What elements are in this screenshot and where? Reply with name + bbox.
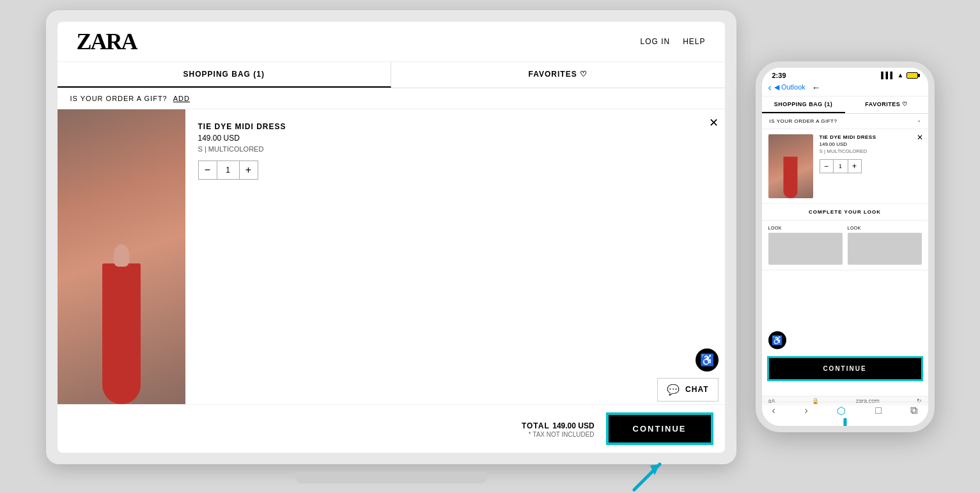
chat-icon: 💬 xyxy=(667,384,680,396)
phone-nav-forward[interactable]: › xyxy=(804,405,807,417)
zara-logo: ZARA xyxy=(77,28,137,55)
help-link[interactable]: HELP xyxy=(683,37,705,46)
phone-nav-bar: ‹ ◀ Outlook ← xyxy=(762,81,928,97)
gift-add-link[interactable]: ADD xyxy=(173,95,190,102)
back-arrow-icon[interactable]: ‹ xyxy=(768,82,772,93)
phone-tab-favorites[interactable]: FAVORITES ♡ xyxy=(845,97,928,113)
floating-buttons: ♿ 💬 CHAT xyxy=(657,348,718,402)
product-info-column: ✕ TIE DYE MIDI DRESS 149.00 USD S | MULT… xyxy=(185,109,725,404)
zara-header: ZARA LOG IN HELP xyxy=(58,22,725,62)
remove-item-button[interactable]: ✕ xyxy=(709,116,719,130)
phone-qty-increase[interactable]: + xyxy=(848,160,861,173)
phone-look-item-1: LOOK xyxy=(768,226,843,265)
total-amount: 149.00 USD xyxy=(552,421,594,430)
laptop-base xyxy=(295,472,487,483)
phone-qty-decrease[interactable]: − xyxy=(820,160,833,173)
phone-continue-button[interactable]: CONTINUE xyxy=(768,357,922,380)
gift-text: IS YOUR ORDER A GIFT? xyxy=(70,95,167,102)
tab-shopping-bag[interactable]: SHOPPING BAG (1) xyxy=(58,62,392,88)
phone-status-bar: 2:39 ▌▌▌ ▲ xyxy=(762,68,928,81)
product-variant: S | MULTICOLORED xyxy=(198,145,712,153)
phone-continue-wrapper: CONTINUE xyxy=(768,357,922,380)
browser-back-icon[interactable]: ← xyxy=(812,82,821,93)
phone-qty-value: 1 xyxy=(833,160,848,173)
dress-figure xyxy=(89,225,153,404)
blue-arrow-annotation xyxy=(621,439,679,494)
product-price: 149.00 USD xyxy=(198,134,712,143)
phone-look-image-2 xyxy=(848,233,922,265)
phone-accessibility-button[interactable]: ♿ xyxy=(768,331,786,349)
phone-time: 2:39 xyxy=(772,72,786,79)
phone-product-image xyxy=(768,134,813,198)
product-image-column xyxy=(58,109,185,404)
quantity-decrease-button[interactable]: − xyxy=(199,161,217,179)
signal-icon: ▌▌▌ xyxy=(881,72,894,79)
battery-icon xyxy=(906,72,918,79)
phone-blue-arrow-annotation xyxy=(823,413,867,432)
quantity-value: 1 xyxy=(217,161,240,179)
total-row: TOTAL 149.00 USD xyxy=(522,419,595,431)
tax-note: * TAX NOT INCLUDED xyxy=(522,431,595,438)
product-title: TIE DYE MIDI DRESS xyxy=(198,122,712,131)
phone-cart-item: TIE DYE MIDI DRESS 149.00 USD S | MULTIC… xyxy=(762,129,928,204)
quantity-control: − 1 + xyxy=(198,160,258,180)
phone-cart-tabs: SHOPPING BAG (1) FAVORITES ♡ xyxy=(762,97,928,114)
tab-favorites[interactable]: FAVORITES ♡ xyxy=(391,62,725,88)
phone-look-label-1: LOOK xyxy=(768,226,843,230)
total-label: TOTAL xyxy=(522,421,550,430)
phone-status-icons: ▌▌▌ ▲ xyxy=(881,72,917,79)
accessibility-icon: ♿ xyxy=(700,353,714,367)
product-image xyxy=(58,109,185,404)
phone-product-variant: S | MULTICOLORED xyxy=(820,148,922,154)
login-link[interactable]: LOG IN xyxy=(640,37,670,46)
quantity-increase-button[interactable]: + xyxy=(240,161,258,179)
total-area: TOTAL 149.00 USD * TAX NOT INCLUDED xyxy=(522,419,595,438)
phone-look-item-2: LOOK xyxy=(848,226,922,265)
phone-gift-chevron: › xyxy=(918,118,920,124)
gift-bar: IS YOUR ORDER A GIFT? ADD xyxy=(58,88,725,109)
phone-device: 2:39 ▌▌▌ ▲ ‹ ◀ Outlook ← SHOPPING BAG (1… xyxy=(756,61,935,432)
cart-main: ✕ TIE DYE MIDI DRESS 149.00 USD S | MULT… xyxy=(58,109,725,453)
phone-dress-figure xyxy=(779,147,802,198)
phone-tab-shopping-bag[interactable]: SHOPPING BAG (1) xyxy=(762,97,845,113)
header-nav: LOG IN HELP xyxy=(640,37,705,46)
phone-look-label-2: LOOK xyxy=(848,226,922,230)
laptop-device: ZARA LOG IN HELP SHOPPING BAG (1) FAVORI… xyxy=(46,10,736,483)
back-app-label[interactable]: ◀ Outlook xyxy=(774,83,805,91)
phone-gift-bar: IS YOUR ORDER A GIFT? › xyxy=(762,114,928,129)
phone-complete-look-header: COMPLETE YOUR LOOK xyxy=(762,204,928,221)
cart-tabs: SHOPPING BAG (1) FAVORITES ♡ xyxy=(58,62,725,88)
phone-look-row: LOOK LOOK xyxy=(762,221,928,270)
chat-label: CHAT xyxy=(685,385,708,394)
phone-gift-text: IS YOUR ORDER A GIFT? xyxy=(770,118,837,124)
phone-product-title: TIE DYE MIDI DRESS xyxy=(820,134,922,140)
cart-area: ✕ TIE DYE MIDI DRESS 149.00 USD S | MULT… xyxy=(58,109,725,404)
phone-remove-item-button[interactable]: ✕ xyxy=(917,133,923,142)
laptop-screen: ZARA LOG IN HELP SHOPPING BAG (1) FAVORI… xyxy=(58,22,725,453)
accessibility-button[interactable]: ♿ xyxy=(696,348,719,372)
phone-product-price: 149.00 USD xyxy=(820,141,922,147)
phone-quantity-control: − 1 + xyxy=(820,159,862,173)
phone-product-details: TIE DYE MIDI DRESS 149.00 USD S | MULTIC… xyxy=(820,134,922,198)
phone-nav-back[interactable]: ‹ xyxy=(772,405,775,417)
chat-button[interactable]: 💬 CHAT xyxy=(657,378,718,402)
wifi-icon: ▲ xyxy=(898,72,904,79)
phone-look-image-1 xyxy=(768,233,843,265)
phone-nav-tabs[interactable]: ⧉ xyxy=(910,405,917,417)
laptop-body: ZARA LOG IN HELP SHOPPING BAG (1) FAVORI… xyxy=(46,10,736,464)
phone-accessibility-icon: ♿ xyxy=(772,335,782,345)
phone-nav-bookmarks[interactable]: □ xyxy=(875,405,882,417)
